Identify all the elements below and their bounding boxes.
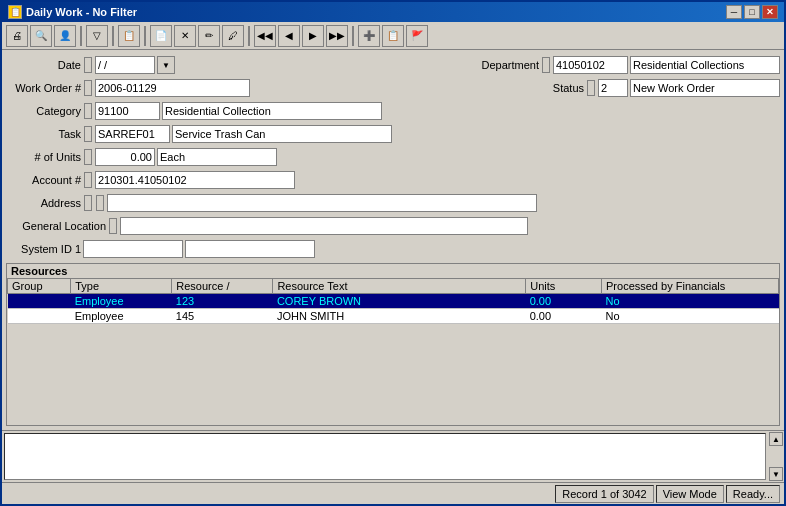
save-button[interactable]: 🖊	[222, 25, 244, 47]
separator-1	[80, 26, 82, 46]
date-department-row: Date ▼ Department	[6, 54, 780, 76]
units-label: # of Units	[6, 151, 81, 163]
department-name-input[interactable]	[630, 56, 780, 74]
title-bar: 📋 Daily Work - No Filter ─ □ ✕	[2, 2, 784, 22]
work-order-label: Work Order #	[6, 82, 81, 94]
date-input[interactable]	[95, 56, 155, 74]
cell-2: 123	[172, 294, 273, 309]
window-title: Daily Work - No Filter	[26, 6, 137, 18]
col-processed[interactable]: Processed by Financials	[602, 279, 779, 294]
search-button[interactable]: 🔍	[30, 25, 52, 47]
cell-2: 145	[172, 309, 273, 324]
cell-3: JOHN SMITH	[273, 309, 526, 324]
units-value-input[interactable]	[95, 148, 155, 166]
scroll-up-button[interactable]: ▲	[769, 432, 783, 446]
task-indicator	[84, 126, 92, 142]
units-type-input[interactable]	[157, 148, 277, 166]
status-label: Status	[504, 82, 584, 94]
edit-button[interactable]: ✏	[198, 25, 220, 47]
workorder-indicator	[84, 80, 92, 96]
general-location-row: General Location	[6, 215, 780, 237]
record-info-panel: Record 1 of 3042	[555, 485, 653, 503]
table-row[interactable]: Employee123COREY BROWN0.00No	[8, 294, 779, 309]
flag-button[interactable]: 🚩	[406, 25, 428, 47]
copy-button[interactable]: 📋	[118, 25, 140, 47]
date-indicator	[84, 57, 92, 73]
resources-table-container: Group Type Resource / Resource Text Unit…	[7, 278, 779, 425]
resources-table: Group Type Resource / Resource Text Unit…	[7, 278, 779, 324]
print-button[interactable]: 🖨	[6, 25, 28, 47]
status-code-input[interactable]	[598, 79, 628, 97]
app-icon: 📋	[8, 5, 22, 19]
prev-button[interactable]: ◀	[278, 25, 300, 47]
ready-panel: Ready...	[726, 485, 780, 503]
col-type[interactable]: Type	[71, 279, 172, 294]
attach-button[interactable]: 📋	[382, 25, 404, 47]
address-input[interactable]	[107, 194, 537, 212]
separator-3	[144, 26, 146, 46]
address-indicator	[84, 195, 92, 211]
cell-3: COREY BROWN	[273, 294, 526, 309]
system-id-input1[interactable]	[83, 240, 183, 258]
account-row: Account #	[6, 169, 780, 191]
col-resource[interactable]: Resource /	[172, 279, 273, 294]
view-mode-panel: View Mode	[656, 485, 724, 503]
category-code-input[interactable]	[95, 102, 160, 120]
department-label: Department	[459, 59, 539, 71]
toolbar: 🖨 🔍 👤 ▽ 📋 📄 ✕ ✏ 🖊 ◀◀ ◀ ▶ ▶▶ ➕ 📋 🚩	[2, 22, 784, 50]
task-row: Task	[6, 123, 780, 145]
general-location-input[interactable]	[120, 217, 528, 235]
add-button[interactable]: ➕	[358, 25, 380, 47]
cell-4: 0.00	[526, 309, 602, 324]
workorder-status-row: Work Order # Status	[6, 77, 780, 99]
new-button[interactable]: 📄	[150, 25, 172, 47]
category-name-input[interactable]	[162, 102, 382, 120]
system-id-label: System ID 1	[6, 243, 81, 255]
maximize-button[interactable]: □	[744, 5, 760, 19]
filter-button[interactable]: ▽	[86, 25, 108, 47]
category-indicator	[84, 103, 92, 119]
general-location-indicator	[109, 218, 117, 234]
category-row: Category	[6, 100, 780, 122]
close-button[interactable]: ✕	[762, 5, 778, 19]
col-units[interactable]: Units	[526, 279, 602, 294]
separator-4	[248, 26, 250, 46]
account-input[interactable]	[95, 171, 295, 189]
col-resource-text[interactable]: Resource Text	[273, 279, 526, 294]
last-button[interactable]: ▶▶	[326, 25, 348, 47]
resources-title: Resources	[7, 264, 779, 278]
separator-5	[352, 26, 354, 46]
user-button[interactable]: 👤	[54, 25, 76, 47]
next-button[interactable]: ▶	[302, 25, 324, 47]
system-id-input2[interactable]	[185, 240, 315, 258]
cell-4: 0.00	[526, 294, 602, 309]
units-indicator	[84, 149, 92, 165]
system-id-row: System ID 1	[6, 238, 780, 260]
address-indicator2	[96, 195, 104, 211]
delete-button[interactable]: ✕	[174, 25, 196, 47]
first-button[interactable]: ◀◀	[254, 25, 276, 47]
date-label: Date	[6, 59, 81, 71]
account-label: Account #	[6, 174, 81, 186]
col-group[interactable]: Group	[8, 279, 71, 294]
address-row: Address	[6, 192, 780, 214]
notes-scrollbar: ▲ ▼	[768, 431, 784, 482]
department-code-input[interactable]	[553, 56, 628, 74]
minimize-button[interactable]: ─	[726, 5, 742, 19]
resources-section: Resources Group Type Resource / Resource…	[6, 263, 780, 426]
status-name-input[interactable]	[630, 79, 780, 97]
scroll-down-button[interactable]: ▼	[769, 467, 783, 481]
cell-1: Employee	[71, 294, 172, 309]
notes-input[interactable]	[4, 433, 766, 480]
window-controls: ─ □ ✕	[726, 5, 778, 19]
status-bar: Record 1 of 3042 View Mode Ready...	[2, 482, 784, 504]
task-code-input[interactable]	[95, 125, 170, 143]
address-label: Address	[6, 197, 81, 209]
date-dropdown[interactable]: ▼	[157, 56, 175, 74]
table-header-row: Group Type Resource / Resource Text Unit…	[8, 279, 779, 294]
cell-0	[8, 294, 71, 309]
work-order-input[interactable]	[95, 79, 250, 97]
table-row[interactable]: Employee145JOHN SMITH0.00No	[8, 309, 779, 324]
task-name-input[interactable]	[172, 125, 392, 143]
bottom-notes-area: ▲ ▼	[2, 430, 784, 482]
